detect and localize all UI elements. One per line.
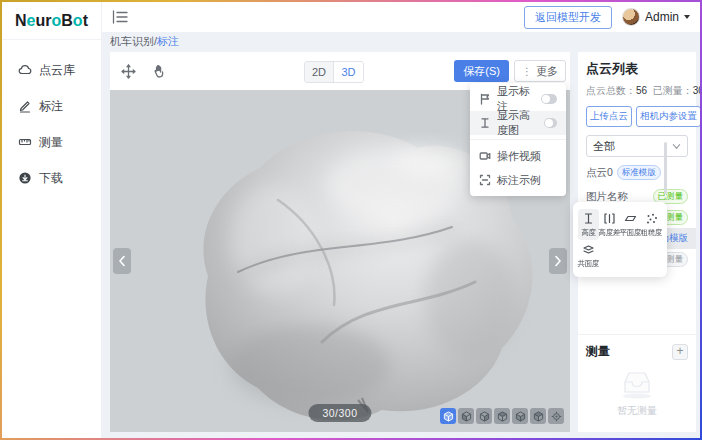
username: Admin <box>645 10 679 24</box>
pagination-badge: 30/300 <box>308 404 371 422</box>
cube-icon <box>443 411 454 422</box>
view-cube-right-button[interactable] <box>512 408 528 424</box>
more-dropdown-menu: 显示标注 显示高度图 操作视频 标注示例 <box>470 83 566 196</box>
upload-pointcloud-button[interactable]: 上传点云 <box>586 106 632 127</box>
template-badge: 标准模版 <box>617 165 661 180</box>
back-to-model-dev-button[interactable]: 返回模型开发 <box>524 6 612 29</box>
tool-height-diff[interactable]: 高度差 <box>599 209 620 240</box>
breadcrumb: 机车识别/标注 <box>102 32 700 50</box>
view-cube-left-button[interactable] <box>494 408 510 424</box>
view-cube-iso-button[interactable] <box>440 408 456 424</box>
cube-icon <box>461 411 472 422</box>
sidebar-fold-icon[interactable] <box>112 10 128 24</box>
video-icon <box>479 150 491 162</box>
tool-coplanarity[interactable]: 共面度 <box>578 240 599 271</box>
logo-text: N <box>15 12 27 30</box>
app: NeuroBot 点云库 标注 测量 下载 返回模型开发 <box>2 2 700 438</box>
panel-title: 点云列表 <box>586 60 688 78</box>
sidebar-item-measure[interactable]: 测量 <box>2 124 101 160</box>
tool-flatness[interactable]: 平面度 <box>620 209 641 240</box>
empty-tray-icon <box>617 368 657 400</box>
cube-icon <box>515 411 526 422</box>
next-image-button[interactable] <box>549 248 567 274</box>
menu-item-tutorial-video[interactable]: 操作视频 <box>470 144 566 168</box>
logo-gear-e: e <box>27 12 36 30</box>
cloud-icon <box>18 63 32 77</box>
add-measurement-button[interactable]: + <box>672 344 688 360</box>
heightmap-icon <box>479 117 491 129</box>
canvas-card: 2D 3D 保存(S) ⋮更多 显示标注 <box>110 52 570 432</box>
pen-icon <box>18 99 32 113</box>
more-dots-icon: ⋮ <box>522 66 532 77</box>
sidebar-item-label: 下载 <box>39 170 63 187</box>
view-cube-front-button[interactable] <box>458 408 474 424</box>
avatar <box>622 8 640 26</box>
tool-height[interactable]: 高度 <box>578 209 599 240</box>
more-button[interactable]: ⋮更多 <box>514 60 566 82</box>
pointcloud-group-row[interactable]: 点云0 标准模版 <box>586 165 688 180</box>
show-heightmap-toggle[interactable] <box>544 118 557 128</box>
height-diff-icon <box>603 212 616 225</box>
camera-intrinsics-button[interactable]: 相机内参设置 <box>636 106 700 127</box>
sidebar-item-pointcloud-library[interactable]: 点云库 <box>2 52 101 88</box>
frame-icon <box>479 174 491 186</box>
view-cube-top-button[interactable] <box>530 408 546 424</box>
logo-gear-o2: o <box>73 12 83 30</box>
tool-roughness[interactable]: 粗糙度 <box>641 209 662 240</box>
menu-item-show-heightmap[interactable]: 显示高度图 <box>470 111 566 135</box>
sidebar-item-download[interactable]: 下载 <box>2 160 101 196</box>
chevron-left-icon <box>118 255 126 267</box>
hand-grab-icon[interactable] <box>151 63 168 80</box>
ruler-icon <box>18 135 32 149</box>
show-annotations-toggle[interactable] <box>541 94 557 104</box>
user-menu[interactable]: Admin <box>622 8 690 26</box>
pointcloud-panel: 点云列表 点云总数：56 已测量：30 上传点云 相机内参设置 全部 点云0 标… <box>578 52 696 432</box>
coplanarity-icon <box>582 243 595 256</box>
main-area: 返回模型开发 Admin 机车识别/标注 2D 3D <box>102 2 700 438</box>
roughness-icon <box>645 212 658 225</box>
sidebar-item-label: 测量 <box>39 134 63 151</box>
cube-icon <box>497 411 508 422</box>
measured-count: 30 <box>693 85 700 96</box>
cube-icon <box>479 411 490 422</box>
pan-move-icon[interactable] <box>120 63 137 80</box>
view-locate-button[interactable] <box>548 408 564 424</box>
filter-select[interactable]: 全部 <box>586 135 688 157</box>
breadcrumb-root[interactable]: 机车识别 <box>110 34 154 49</box>
sidebar-item-label: 标注 <box>39 98 63 115</box>
top-header: 返回模型开发 Admin <box>102 2 700 32</box>
view-cube-back-button[interactable] <box>476 408 492 424</box>
cube-icon <box>533 411 544 422</box>
empty-text: 暂无测量 <box>617 404 657 418</box>
chevron-right-icon <box>554 255 562 267</box>
sidebar-item-label: 点云库 <box>39 62 75 79</box>
menu-divider <box>470 139 566 140</box>
pointcloud-name: 点云0 <box>586 166 613 180</box>
download-icon <box>18 171 32 185</box>
filter-value: 全部 <box>593 139 615 154</box>
locate-crosshair-icon <box>551 411 562 422</box>
measure-title: 测量 <box>586 343 610 360</box>
flatness-icon <box>624 212 637 225</box>
app-logo: NeuroBot <box>2 2 101 40</box>
sidebar-item-annotate[interactable]: 标注 <box>2 88 101 124</box>
list-scrollbar[interactable] <box>664 142 667 194</box>
chevron-down-icon <box>684 15 690 19</box>
empty-state: 暂无测量 <box>578 368 696 418</box>
dimension-toggle: 2D 3D <box>304 61 364 83</box>
window-frame: NeuroBot 点云库 标注 测量 下载 返回模型开发 <box>0 0 702 440</box>
toggle-2d[interactable]: 2D <box>305 62 334 82</box>
measure-section-header: 测量 + <box>578 334 696 366</box>
sidebar-menu: 点云库 标注 测量 下载 <box>2 40 101 196</box>
logo-gear-o1: o <box>52 12 62 30</box>
measure-tool-popover: 高度 高度差 平面度 粗糙度 <box>573 202 667 277</box>
view-buttons <box>440 408 564 424</box>
menu-item-annotation-examples[interactable]: 标注示例 <box>470 168 566 192</box>
content: 2D 3D 保存(S) ⋮更多 显示标注 <box>102 50 700 438</box>
save-button[interactable]: 保存(S) <box>454 60 509 82</box>
breadcrumb-current: 标注 <box>157 34 179 49</box>
toggle-3d[interactable]: 3D <box>334 62 363 82</box>
height-icon <box>582 212 595 225</box>
sidebar: NeuroBot 点云库 标注 测量 下载 <box>2 2 102 438</box>
prev-image-button[interactable] <box>113 248 131 274</box>
